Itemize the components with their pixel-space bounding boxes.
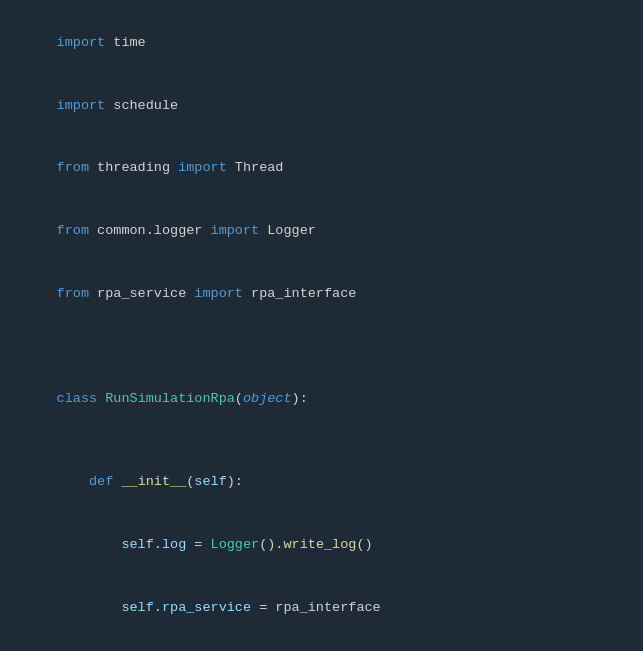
line-3: from threading import Thread bbox=[0, 138, 643, 201]
code-editor: import time import schedule from threadi… bbox=[0, 8, 643, 651]
fn-write-log: write_log bbox=[283, 537, 356, 552]
func-init: __init__ bbox=[121, 474, 186, 489]
blank-line-9 bbox=[0, 430, 643, 451]
keyword-from: from bbox=[57, 223, 89, 238]
line-1: import time bbox=[0, 12, 643, 75]
keyword-import: import bbox=[57, 98, 106, 113]
keyword-from: from bbox=[57, 160, 89, 175]
attr-log: log bbox=[162, 537, 186, 552]
line-5: from rpa_service import rpa_interface bbox=[0, 263, 643, 326]
classname: RunSimulationRpa bbox=[105, 391, 235, 406]
blank-line-13 bbox=[0, 640, 643, 651]
keyword-def: def bbox=[89, 474, 113, 489]
builtin-object: object bbox=[243, 391, 292, 406]
keyword-import: import bbox=[211, 223, 260, 238]
line-8: class RunSimulationRpa(object): bbox=[0, 368, 643, 431]
keyword-from: from bbox=[57, 286, 89, 301]
line-11: self.log = Logger().write_log() bbox=[0, 514, 643, 577]
blank-line-7 bbox=[0, 347, 643, 368]
cls-logger: Logger bbox=[211, 537, 260, 552]
keyword-class: class bbox=[57, 391, 98, 406]
self-ref: self bbox=[121, 537, 153, 552]
line-12: self.rpa_service = rpa_interface bbox=[0, 577, 643, 640]
line-2: import schedule bbox=[0, 75, 643, 138]
line-10: def __init__(self): bbox=[0, 451, 643, 514]
line-4: from common.logger import Logger bbox=[0, 200, 643, 263]
keyword-import: import bbox=[178, 160, 227, 175]
blank-line-6 bbox=[0, 326, 643, 347]
self-ref: self bbox=[121, 600, 153, 615]
attr-rpa-service: rpa_service bbox=[162, 600, 251, 615]
keyword-import: import bbox=[194, 286, 243, 301]
keyword-import: import bbox=[57, 35, 106, 50]
self-param: self bbox=[194, 474, 226, 489]
